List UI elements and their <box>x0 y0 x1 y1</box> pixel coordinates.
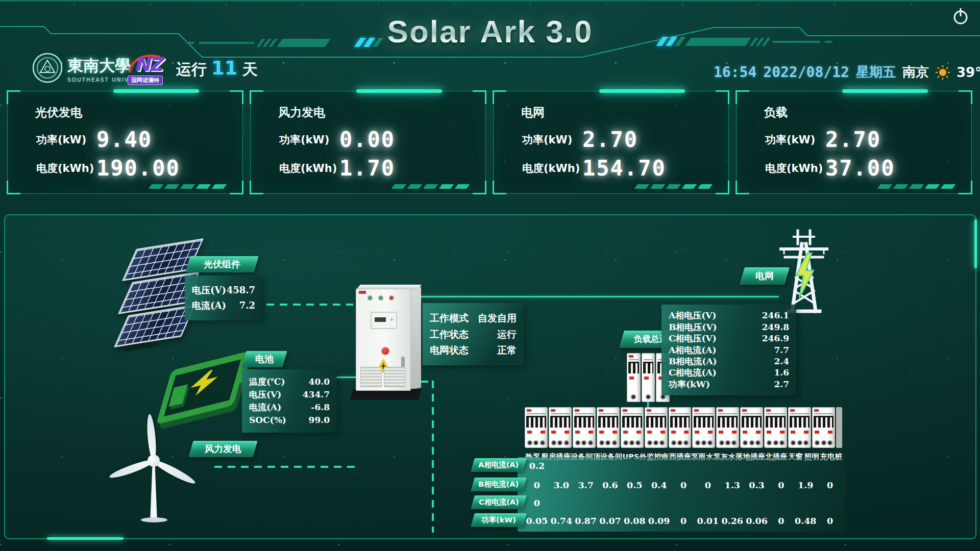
data-label: 工作模式 <box>430 313 469 323</box>
card-row-value: 2.70 <box>825 127 881 152</box>
data-row: A相电压(V)246.1 <box>669 311 789 320</box>
data-row: C相电压(V)246.9 <box>669 334 789 343</box>
card-row-label: 电度(kWh) <box>36 161 96 176</box>
inverter-cabinet-icon: ✛ <box>350 282 426 407</box>
card-row: 电度(kWh) 154.70 <box>522 156 666 181</box>
connection-wind <box>214 466 360 468</box>
load-table-cell: 0 <box>696 480 720 490</box>
card-row-value: 154.70 <box>582 156 666 181</box>
card-row-label: 电度(kWh) <box>279 161 339 176</box>
load-table-cell: 0 <box>769 516 793 526</box>
card-row-label: 功率(kW) <box>36 133 96 147</box>
card-title: 电网 <box>521 105 545 120</box>
card-row-label: 电度(kWh) <box>765 161 825 176</box>
clock-time: 16:54 <box>714 64 756 81</box>
load-table-cell: 3.7 <box>574 480 598 490</box>
data-label: 工作状态 <box>430 330 469 339</box>
load-table-cell: 0.01 <box>696 516 720 526</box>
card-corner <box>493 90 506 104</box>
data-row: SOC(%) 99.0 <box>249 416 330 424</box>
data-value: 246.1 <box>762 311 789 320</box>
card-corner <box>7 90 20 104</box>
card-row-value: 37.00 <box>825 156 895 181</box>
card-corner <box>736 90 749 104</box>
breaker-row <box>525 407 842 448</box>
load-table-value-row: 03.03.70.60.50.4001.30.301.90 <box>525 478 842 492</box>
grid-banner-label: 电网 <box>755 270 774 282</box>
load-table-cell: 1.3 <box>720 480 745 490</box>
data-label: 电压(V) <box>192 286 226 295</box>
data-label: A相电压(V) <box>669 311 716 320</box>
data-value: -6.8 <box>311 403 330 412</box>
load-table-cell: 0 <box>671 480 696 490</box>
card-accent-bar <box>356 89 442 93</box>
data-label: C相电流(A) <box>669 368 717 377</box>
card-accent-bar <box>842 89 928 93</box>
data-row: A相电流(A)7.7 <box>669 346 789 355</box>
battery-data-panel: 温度(℃) 40.0 电压(V) 434.7 电流(A) -6.8 SOC(%)… <box>242 369 337 433</box>
power-icon[interactable] <box>952 7 969 26</box>
card-row-label: 功率(kW) <box>279 133 339 147</box>
circuit-breaker-icon <box>716 407 739 448</box>
clock-date: 2022/08/12 <box>763 64 849 81</box>
partner-logo-mark: NZ <box>135 54 161 75</box>
load-table-row-banner: A相电流(A) <box>471 458 527 472</box>
data-label: B相电压(V) <box>669 323 717 332</box>
circuit-breaker-icon <box>549 407 572 448</box>
row-banner-label: C相电流(A) <box>479 497 519 507</box>
load-table-row-banner: 功率(kW) <box>471 513 527 527</box>
data-label: B相电流(A) <box>669 357 717 366</box>
connection-load-down <box>432 381 434 533</box>
data-label: 电流(A) <box>192 301 226 310</box>
stat-card-load: 负载 功率(kW) 2.70 电度(kWh) 37.00 <box>736 91 972 194</box>
data-value: 1.6 <box>774 368 789 377</box>
card-corner <box>473 181 486 194</box>
load-table-cell: 0 <box>525 498 549 508</box>
circuit-breaker-icon <box>740 407 763 448</box>
data-value: 246.9 <box>762 334 789 343</box>
card-row-label: 功率(kW) <box>522 133 582 147</box>
data-value: 7.2 <box>239 301 255 310</box>
circuit-breaker-icon <box>764 407 787 448</box>
sun-icon <box>936 65 950 80</box>
data-value: 运行 <box>497 330 517 339</box>
data-row: 电压(V) 458.7 <box>192 286 255 295</box>
clock-city: 南京 <box>902 63 929 81</box>
card-accent-dashes <box>393 184 468 189</box>
wind-banner: 风力发电 <box>188 441 257 457</box>
load-table-cell: 0.06 <box>745 516 769 526</box>
card-corner <box>7 181 20 194</box>
load-table-cell: 0.4 <box>647 480 671 490</box>
load-table-cell: 0.08 <box>622 516 647 526</box>
data-row: 电流(A) 7.2 <box>192 301 255 310</box>
stat-card-wind: 风力发电 功率(kW) 0.00 电度(kWh) 1.70 <box>250 91 486 194</box>
load-table-value-row: 0.2 <box>525 459 842 472</box>
battery-banner-label: 电池 <box>255 353 274 365</box>
card-corner <box>716 181 729 194</box>
card-row-value: 190.00 <box>96 156 180 181</box>
load-table-row-banner: C相电流(A) <box>471 495 527 509</box>
data-row: B相电压(V)249.8 <box>669 323 789 332</box>
card-row-label: 电度(kWh) <box>522 161 582 176</box>
card-title: 光伏发电 <box>35 105 82 120</box>
load-table-cell: 0 <box>818 516 842 526</box>
data-value: 7.7 <box>774 346 789 355</box>
connection-inverter-grid <box>419 296 779 297</box>
data-label: 温度(℃) <box>249 378 285 386</box>
row-banner-label: A相电流(A) <box>478 460 519 470</box>
card-corner <box>493 181 506 194</box>
card-accent-dashes <box>879 184 954 189</box>
card-row-value: 9.40 <box>96 127 152 152</box>
breaker-row-endcap <box>836 407 842 448</box>
data-label: SOC(%) <box>249 416 286 424</box>
data-value: 自发自用 <box>478 313 517 323</box>
load-table-cell: 0 <box>818 480 842 490</box>
data-row: 工作模式 自发自用 <box>430 313 517 323</box>
data-row: 温度(℃) 40.0 <box>249 378 330 386</box>
card-accent-bar <box>599 89 685 93</box>
card-corner <box>959 181 972 194</box>
row-banner-label: 功率(kW) <box>481 515 516 525</box>
circuit-breaker-icon <box>669 407 692 448</box>
load-table-cell: 0 <box>769 480 793 490</box>
card-accent-dashes <box>150 184 225 189</box>
